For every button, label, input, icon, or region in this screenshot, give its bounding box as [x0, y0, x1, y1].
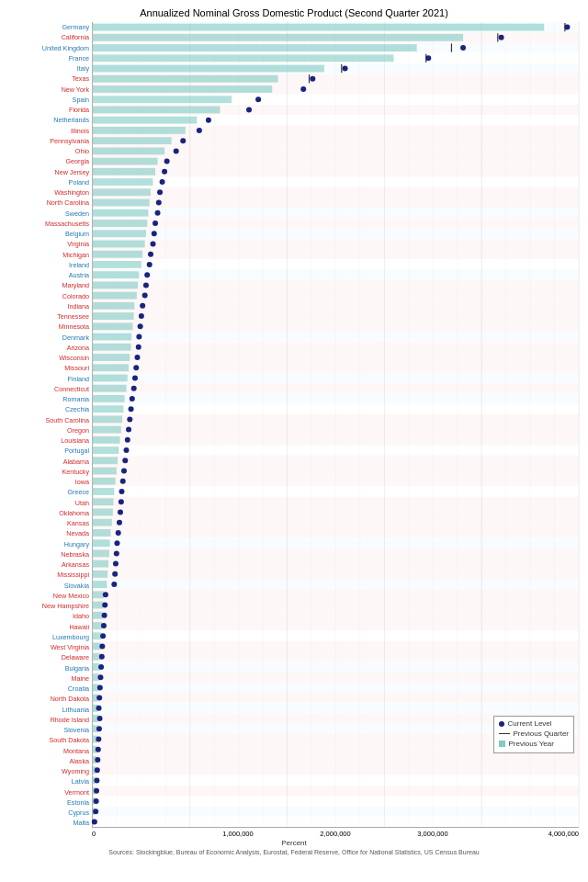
y-label-30: Denmark: [9, 333, 92, 343]
svg-rect-147: [93, 620, 579, 630]
svg-rect-71: [93, 229, 579, 239]
data-dot-54: [111, 582, 117, 587]
legend-prev-y: Previous Year: [499, 740, 569, 748]
data-dot-26: [142, 293, 148, 299]
svg-rect-77: [93, 259, 579, 269]
data-dot-75: [94, 798, 99, 804]
svg-rect-97: [93, 363, 579, 373]
data-dot-37: [129, 406, 134, 412]
y-label-60: West Virginia: [9, 642, 92, 652]
data-dot-72: [95, 767, 100, 773]
svg-rect-79: [93, 270, 579, 280]
y-label-55: New Mexico: [9, 591, 92, 601]
data-dot-19: [153, 220, 158, 226]
data-dot-41: [124, 447, 130, 453]
svg-rect-104: [93, 395, 125, 402]
svg-rect-83: [93, 290, 579, 300]
data-dot-53: [112, 571, 118, 577]
svg-rect-85: [93, 300, 579, 311]
y-label-29: Minnesota: [9, 322, 92, 332]
svg-rect-112: [93, 436, 120, 444]
svg-rect-146: [93, 612, 103, 619]
svg-rect-76: [93, 251, 142, 258]
y-label-74: Vermont: [9, 787, 92, 797]
y-label-65: North Dakota: [9, 694, 92, 704]
y-label-21: Virginia: [9, 239, 92, 249]
y-label-12: Ohio: [9, 146, 92, 156]
svg-rect-100: [93, 375, 128, 382]
y-label-10: Illinois: [9, 126, 92, 136]
svg-rect-72: [93, 230, 146, 237]
y-label-35: Connecticut: [9, 384, 92, 394]
y-label-18: Sweden: [9, 209, 92, 219]
svg-rect-101: [93, 383, 579, 393]
legend-line-icon: [499, 733, 510, 734]
svg-rect-159: [93, 683, 579, 693]
y-label-2: United Kingdom: [9, 43, 92, 53]
svg-rect-89: [93, 322, 579, 332]
svg-rect-123: [93, 497, 579, 507]
svg-rect-114: [93, 447, 119, 454]
svg-rect-115: [93, 456, 579, 466]
svg-rect-75: [93, 249, 579, 259]
data-dot-64: [97, 684, 103, 690]
data-dot-38: [127, 416, 132, 422]
y-label-70: Montana: [9, 746, 92, 756]
data-dot-47: [118, 509, 123, 514]
svg-rect-46: [93, 96, 232, 103]
data-dot-6: [300, 86, 306, 92]
data-dot-39: [126, 427, 131, 433]
svg-rect-65: [93, 198, 579, 208]
y-label-69: South Dakota: [9, 735, 92, 745]
data-dot-8: [246, 107, 252, 112]
data-dot-34: [132, 375, 138, 380]
svg-rect-66: [93, 199, 150, 207]
svg-rect-155: [93, 662, 579, 672]
data-dot-1: [499, 35, 504, 40]
svg-rect-61: [93, 176, 579, 187]
svg-rect-58: [93, 158, 158, 165]
y-label-23: Ireland: [9, 260, 92, 270]
y-label-72: Wyoming: [9, 766, 92, 776]
svg-rect-149: [93, 631, 579, 641]
svg-rect-95: [93, 352, 579, 362]
svg-rect-142: [93, 591, 104, 598]
x-label-1: 1,000,000: [189, 830, 287, 838]
data-dot-40: [125, 437, 130, 443]
data-dot-76: [93, 808, 98, 814]
svg-rect-140: [93, 581, 107, 588]
y-label-43: Kentucky: [9, 467, 92, 477]
y-label-64: Croatia: [9, 684, 92, 694]
svg-rect-62: [93, 178, 153, 186]
y-label-0: Germany: [9, 22, 92, 32]
svg-rect-84: [93, 292, 137, 300]
data-dot-29: [138, 323, 143, 329]
data-dot-70: [96, 747, 101, 752]
sources: Sources: Stockingblue, Bureau of Economi…: [9, 849, 579, 855]
y-label-71: Alaska: [9, 756, 92, 766]
y-axis-labels: GermanyCaliforniaUnited KingdomFranceIta…: [9, 22, 92, 828]
x-label-4: 4,000,000: [481, 830, 579, 838]
y-label-57: Idaho: [9, 611, 92, 621]
data-dot-66: [96, 706, 102, 711]
svg-rect-35: [93, 54, 393, 62]
data-dot-11: [180, 138, 186, 143]
data-dot-77: [92, 819, 97, 824]
svg-rect-113: [93, 445, 579, 455]
y-label-28: Tennessee: [9, 311, 92, 322]
y-label-40: Louisiana: [9, 435, 92, 446]
svg-rect-117: [93, 466, 579, 476]
svg-rect-136: [93, 560, 108, 568]
y-label-53: Mississippi: [9, 570, 92, 580]
svg-rect-133: [93, 548, 579, 559]
svg-rect-118: [93, 468, 117, 475]
y-label-13: Georgia: [9, 156, 92, 166]
svg-rect-125: [93, 507, 579, 517]
y-label-76: Cyprus: [9, 808, 92, 818]
svg-rect-103: [93, 393, 579, 403]
svg-rect-81: [93, 280, 579, 290]
svg-rect-129: [93, 527, 579, 537]
svg-rect-80: [93, 271, 139, 278]
data-dot-27: [140, 303, 145, 309]
y-label-46: Utah: [9, 498, 92, 508]
